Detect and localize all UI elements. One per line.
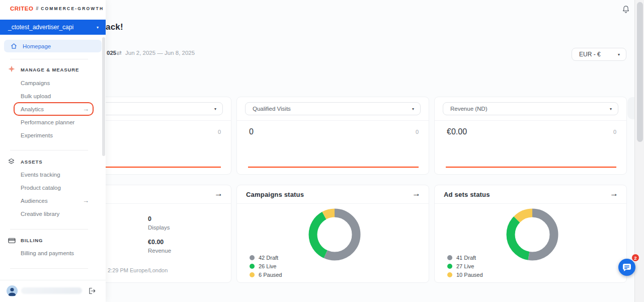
sidebar-item-analytics[interactable]: Analytics <box>21 106 44 112</box>
metric-axis-value: 0 <box>416 129 419 135</box>
card-title: Ad sets status <box>444 191 490 198</box>
sidebar-item-events-tracking[interactable]: Events tracking <box>21 172 60 178</box>
draft-dot-icon <box>250 255 255 260</box>
metric-select[interactable]: Qualified Visits ▾ <box>245 102 421 115</box>
displays-label: Displays <box>148 224 170 231</box>
sidebar-item-product-catalog[interactable]: Product catalog <box>21 185 61 191</box>
metric-value: 0 <box>249 127 254 136</box>
arrow-right-icon[interactable]: → <box>412 189 421 199</box>
metric-card-3: Revenue (ND) ▾ €0.00 0 <box>434 97 627 175</box>
draft-dot-icon <box>447 255 452 260</box>
sidebar-scrollbar-thumb[interactable] <box>102 37 105 156</box>
welcome-heading: ack! <box>106 22 123 32</box>
legend-item: 26 Live <box>250 263 276 269</box>
section-title-assets: ASSETS <box>21 159 42 165</box>
logout-icon[interactable] <box>89 287 96 294</box>
chevron-down-icon: ▾ <box>214 107 216 111</box>
divider <box>10 268 88 269</box>
displays-value: 0 <box>148 215 151 222</box>
legend-item: 27 Live <box>447 263 474 269</box>
advertiser-selector[interactable]: _ctotest_advertiser_capi ▾ <box>0 20 106 35</box>
chevron-down-icon: ▾ <box>618 52 620 57</box>
legend-label: 27 Live <box>456 263 474 269</box>
sidebar-item-campaigns[interactable]: Campaigns <box>21 80 50 86</box>
flatline-chart <box>248 167 419 168</box>
campaigns-donut-chart <box>307 207 362 262</box>
legend-item: 41 Draft <box>447 255 476 261</box>
sidebar-item-creative-library[interactable]: Creative library <box>21 211 59 217</box>
adsets-status-card: Ad sets status → 41 Draft 27 Live 10 Pau… <box>434 185 627 283</box>
currency-select-value: EUR - € <box>579 51 601 58</box>
divider <box>237 120 429 121</box>
compare-arrows-icon: ⇄ <box>117 49 122 56</box>
divider <box>10 150 88 150</box>
metric-axis-value: 0 <box>613 129 616 135</box>
campaigns-status-card: Campaigns status → 42 Draft 26 Live 6 Pa… <box>236 185 429 283</box>
criteo-wordmark: CRITEO <box>10 6 33 12</box>
metric-select-label: Qualified Visits <box>253 106 291 112</box>
arrow-right-icon[interactable]: → <box>610 189 618 199</box>
legend-label: 41 Draft <box>456 255 476 261</box>
legend-item: 10 Paused <box>447 272 483 278</box>
arrow-right-icon: → <box>83 105 89 113</box>
arrow-right-icon[interactable]: → <box>214 189 223 199</box>
section-title-billing: BILLING <box>21 238 43 243</box>
arrow-right-icon: → <box>83 197 89 204</box>
page-scrollbar-thumb[interactable] <box>637 2 643 142</box>
user-name-redacted <box>21 287 82 294</box>
section-title-manage: MANAGE & MEASURE <box>21 67 79 72</box>
sidebar-item-bulk-upload[interactable]: Bulk upload <box>21 93 51 99</box>
sidebar-item-audiences[interactable]: Audiences <box>21 198 48 204</box>
adsets-donut-chart <box>505 207 560 262</box>
sidebar-item-label: Homepage <box>23 43 51 49</box>
avatar <box>7 285 18 296</box>
legend-label: 10 Paused <box>456 272 483 278</box>
metric-value: €0.00 <box>447 127 467 136</box>
sidebar-item-performance-planner[interactable]: Performance planner <box>21 119 74 125</box>
paused-dot-icon <box>447 272 452 277</box>
chat-fab[interactable] <box>618 259 635 276</box>
live-dot-icon <box>447 264 452 269</box>
flatline-chart <box>446 167 616 168</box>
layers-icon <box>8 158 15 167</box>
date-period-compare: Jun 2, 2025 — Jun 8, 2025 <box>125 50 195 56</box>
advertiser-name: _ctotest_advertiser_capi <box>8 24 73 31</box>
chevron-down-icon: ▾ <box>412 107 414 111</box>
dashboard-screen: ack! 025 ⇄ Jun 2, 2025 — Jun 8, 2025 EUR… <box>0 0 644 302</box>
criteo-logo: CRITEO // COMMERCE-GROWTH <box>10 6 104 12</box>
divider <box>10 59 88 59</box>
metric-axis-value: 0 <box>218 129 221 135</box>
sidebar: CRITEO // COMMERCE-GROWTH _ctotest_adver… <box>0 0 106 302</box>
metric-card-2: Qualified Visits ▾ 0 0 <box>236 97 429 175</box>
chevron-down-icon: ▾ <box>610 107 612 111</box>
legend-label: 26 Live <box>259 263 276 269</box>
chevron-down-icon: ▾ <box>97 25 99 30</box>
legend-label: 6 Paused <box>259 272 282 278</box>
divider <box>10 229 88 230</box>
chat-bubble-icon <box>618 259 635 276</box>
home-icon <box>11 43 17 49</box>
revenue-value: €0.00 <box>148 239 164 246</box>
last-update-timestamp: 2:29 PM Europe/London <box>108 267 168 273</box>
revenue-label: Revenue <box>148 248 171 254</box>
metric-select-label: Revenue (ND) <box>450 106 488 112</box>
card-title: Campaigns status <box>246 191 304 198</box>
product-wordmark: COMMERCE-GROWTH <box>41 6 104 11</box>
sidebar-item-homepage[interactable]: Homepage <box>4 40 102 52</box>
notifications-bell-icon[interactable] <box>621 5 631 15</box>
sparkle-icon <box>8 65 15 74</box>
metric-select[interactable]: Revenue (ND) ▾ <box>443 102 618 115</box>
divider <box>237 203 429 204</box>
currency-select[interactable]: EUR - € ▾ <box>572 48 626 61</box>
credit-card-icon <box>8 237 16 246</box>
live-dot-icon <box>250 264 255 269</box>
date-period-start: 025 <box>107 50 116 56</box>
legend-item: 6 Paused <box>250 272 282 278</box>
sidebar-item-billing-payments[interactable]: Billing and payments <box>21 250 74 256</box>
logo-separator: // <box>36 6 38 11</box>
legend-item: 42 Draft <box>250 255 278 261</box>
chat-unread-badge: 2 <box>631 254 639 262</box>
paused-dot-icon <box>250 272 255 277</box>
divider <box>435 203 626 204</box>
sidebar-item-experiments[interactable]: Experiments <box>21 132 53 138</box>
